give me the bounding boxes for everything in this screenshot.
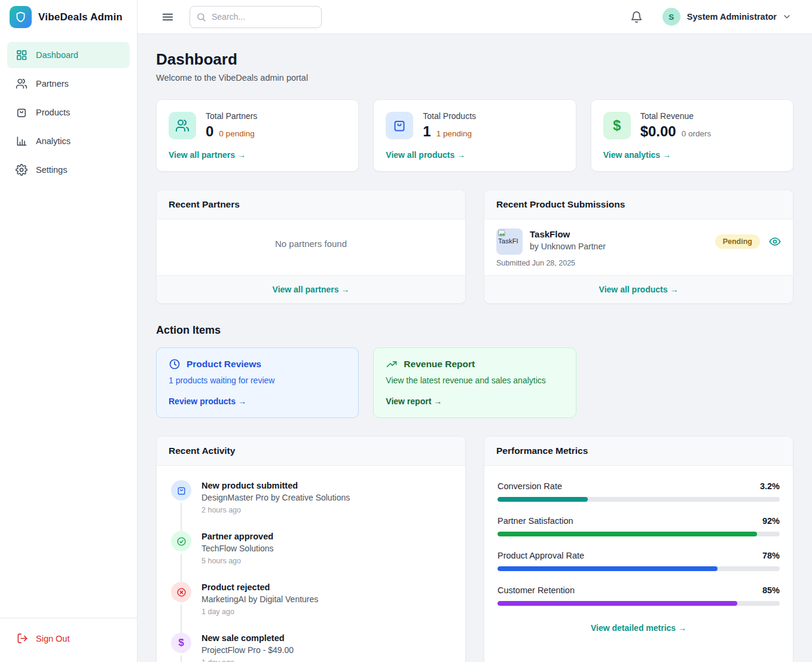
stat-card-total-revenue: $ Total Revenue $0.00 0 orders View anal… <box>591 99 793 172</box>
chevron-down-icon[interactable] <box>782 12 792 22</box>
action-card-product-reviews: Product Reviews 1 products waiting for r… <box>156 347 359 418</box>
action-items-row: Product Reviews 1 products waiting for r… <box>156 347 793 418</box>
sidebar-footer: Sign Out <box>0 618 137 662</box>
sign-out-button[interactable]: Sign Out <box>11 630 126 646</box>
clock-icon <box>169 358 181 370</box>
shopping-bag-icon <box>386 112 413 139</box>
activity-item: $ New sale completed ProjectFlow Pro - $… <box>171 633 453 662</box>
progress-bar <box>497 566 780 571</box>
product-submission-item: TaskFl TaskFlow by Unknown Partner Pendi… <box>484 219 793 275</box>
trending-up-icon <box>386 358 398 370</box>
logout-icon <box>17 633 28 644</box>
activity-timestamp: 5 hours ago <box>202 557 274 565</box>
activity-timeline: New product submitted DesignMaster Pro b… <box>157 466 465 662</box>
activity-description: ProjectFlow Pro - $49.00 <box>202 645 294 655</box>
bottom-row: Recent Activity New product submitted De… <box>156 436 793 662</box>
view-product-button[interactable] <box>769 236 781 248</box>
metrics-list: Conversion Rate 3.2% Partner Satisfactio… <box>484 466 793 662</box>
metric-label: Conversion Rate <box>497 481 562 491</box>
stat-label: Total Revenue <box>640 111 712 121</box>
performance-metrics-panel: Performance Metrics Conversion Rate 3.2% <box>484 436 793 662</box>
action-card-title: Revenue Report <box>404 359 475 370</box>
activity-timestamp: 1 day ago <box>202 608 318 616</box>
sidebar-item-label: Partners <box>36 79 69 89</box>
metric-value: 3.2% <box>760 481 780 491</box>
users-icon <box>16 78 28 90</box>
sidebar-item-label: Analytics <box>36 136 71 146</box>
x-circle-icon <box>171 582 191 602</box>
sidebar-item-products[interactable]: Products <box>7 99 130 126</box>
menu-toggle-button[interactable] <box>160 9 176 25</box>
dollar-icon: $ <box>171 633 191 653</box>
bar-chart-icon <box>16 135 28 147</box>
sidebar-item-label: Settings <box>36 165 67 175</box>
app-window: VibeDeals Admin Dashboard Partners Produ… <box>0 0 812 662</box>
progress-bar <box>497 497 780 502</box>
sidebar-item-settings[interactable]: Settings <box>7 157 130 183</box>
sidebar-nav: Dashboard Partners Products Analytics <box>0 34 137 193</box>
activity-timestamp: 1 day ago <box>202 658 294 662</box>
hamburger-icon <box>161 10 175 24</box>
product-name: TaskFlow <box>530 229 606 239</box>
recent-activity-panel: Recent Activity New product submitted De… <box>156 436 466 662</box>
empty-state-text: No partners found <box>157 219 465 268</box>
view-all-partners-link[interactable]: View all partners <box>169 150 246 160</box>
product-submitted-date: Submitted Jun 28, 2025 <box>496 259 781 267</box>
thumbnail-alt-text: TaskFl <box>498 237 521 245</box>
user-name[interactable]: System Administrator <box>687 12 777 22</box>
page-title: Dashboard <box>156 50 793 69</box>
shield-icon <box>14 11 27 23</box>
sidebar-item-partners[interactable]: Partners <box>7 71 130 97</box>
review-products-link[interactable]: Review products <box>169 396 246 406</box>
sidebar-item-label: Products <box>36 108 70 117</box>
activity-title: Product rejected <box>202 582 318 592</box>
avatar[interactable]: S <box>663 8 680 26</box>
stat-label: Total Partners <box>206 111 257 121</box>
view-detailed-metrics-link[interactable]: View detailed metrics <box>591 623 686 633</box>
activity-item: Partner approved TechFlow Solutions 5 ho… <box>171 531 453 582</box>
action-card-description: View the latest revenue and sales analyt… <box>386 376 563 385</box>
view-all-products-link[interactable]: View all products <box>386 150 465 160</box>
action-card-title: Product Reviews <box>187 359 261 370</box>
sidebar-item-analytics[interactable]: Analytics <box>7 128 130 154</box>
view-all-products-footer-link[interactable]: View all products <box>599 285 679 294</box>
metric-value: 85% <box>762 585 780 595</box>
product-owner: by Unknown Partner <box>530 242 606 251</box>
stat-card-total-products: Total Products 1 1 pending View all prod… <box>373 99 576 172</box>
app-logo <box>10 6 32 28</box>
view-all-partners-footer-link[interactable]: View all partners <box>273 285 350 294</box>
search-input[interactable] <box>190 6 322 28</box>
recent-products-panel: Recent Product Submissions TaskFl TaskFl… <box>484 190 793 304</box>
view-analytics-link[interactable]: View analytics <box>603 150 671 160</box>
dashboard-content: Dashboard Welcome to the VibeDeals admin… <box>138 34 812 662</box>
sidebar: VibeDeals Admin Dashboard Partners Produ… <box>0 0 138 662</box>
metric-value: 92% <box>762 516 780 526</box>
check-circle-icon <box>171 531 191 551</box>
users-icon <box>169 112 196 139</box>
broken-image-icon <box>498 230 521 237</box>
panel-title: Recent Product Submissions <box>484 190 793 219</box>
activity-title: New sale completed <box>202 633 294 643</box>
notifications-button[interactable] <box>629 10 644 25</box>
topbar: S System Administrator <box>138 0 812 34</box>
metric-partner-satisfaction: Partner Satisfaction 92% <box>497 516 780 536</box>
topbar-right: S System Administrator <box>629 8 792 26</box>
metric-value: 78% <box>762 551 780 560</box>
panel-title: Performance Metrics <box>484 437 793 466</box>
stat-pending-count: 1 pending <box>436 129 472 138</box>
activity-description: DesignMaster Pro by Creative Solutions <box>202 493 350 502</box>
page-subtitle: Welcome to the VibeDeals admin portal <box>156 73 793 83</box>
sidebar-item-dashboard[interactable]: Dashboard <box>7 42 130 68</box>
shopping-bag-icon <box>171 480 191 501</box>
sign-out-label: Sign Out <box>36 634 69 643</box>
view-report-link[interactable]: View report <box>386 396 442 406</box>
grid-icon <box>16 49 28 61</box>
dollar-icon: $ <box>603 112 631 139</box>
panel-title: Recent Partners <box>157 190 465 219</box>
activity-timestamp: 2 hours ago <box>202 506 350 514</box>
stat-card-total-partners: Total Partners 0 0 pending View all part… <box>156 99 359 172</box>
stat-pending-count: 0 pending <box>219 129 254 138</box>
metric-label: Product Approval Rate <box>497 551 584 560</box>
product-thumbnail: TaskFl <box>496 228 523 255</box>
recent-partners-panel: Recent Partners No partners found View a… <box>156 190 466 304</box>
